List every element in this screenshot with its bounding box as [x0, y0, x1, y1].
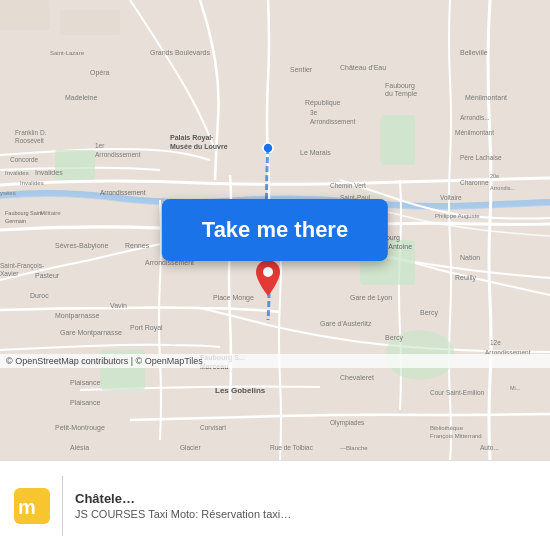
map-container: Invalides Franklin D. Roosevelt Concorde…: [0, 0, 550, 460]
svg-text:Gare d'Austerlitz: Gare d'Austerlitz: [320, 320, 372, 327]
take-me-there-button[interactable]: Take me there: [162, 199, 388, 261]
svg-text:Bibliothèque: Bibliothèque: [430, 425, 464, 431]
svg-text:—Blanche: —Blanche: [340, 445, 368, 451]
svg-text:du Temple: du Temple: [385, 90, 417, 98]
svg-text:Mi...: Mi...: [510, 385, 521, 391]
svg-text:Duroc: Duroc: [30, 292, 49, 299]
svg-text:François Mitterrand: François Mitterrand: [430, 433, 482, 439]
svg-text:Ménilmontant: Ménilmontant: [465, 94, 507, 101]
svg-text:Franklin D.: Franklin D.: [15, 129, 47, 136]
svg-text:Glacier: Glacier: [180, 444, 201, 451]
svg-text:Place Monge: Place Monge: [213, 294, 254, 302]
svg-text:Les Gobelins: Les Gobelins: [215, 386, 266, 395]
bottom-bar: m Châtele… JS COURSES Taxi Moto: Réserva…: [0, 460, 550, 550]
svg-text:Saint-François-: Saint-François-: [0, 262, 44, 270]
svg-text:Voltaire: Voltaire: [440, 194, 462, 201]
svg-text:Le Marais: Le Marais: [300, 149, 331, 156]
svg-text:Sèvres-Babylone: Sèvres-Babylone: [55, 242, 108, 250]
svg-text:Corvisart: Corvisart: [200, 424, 226, 431]
svg-text:Petit-Montrouge: Petit-Montrouge: [55, 424, 105, 432]
svg-text:Musée du Louvre: Musée du Louvre: [170, 143, 228, 150]
svg-text:Alésia: Alésia: [70, 444, 89, 451]
svg-text:Germain: Germain: [5, 218, 26, 224]
destination-pin: [256, 260, 280, 300]
svg-text:Grands Boulevards: Grands Boulevards: [150, 49, 210, 56]
svg-text:Saint-Lazare: Saint-Lazare: [50, 50, 85, 56]
svg-text:Chevaleret: Chevaleret: [340, 374, 374, 381]
map-attribution: © OpenStreetMap contributors | © OpenMap…: [0, 354, 550, 368]
svg-text:Rennes: Rennes: [125, 242, 150, 249]
svg-text:Montparnasse: Montparnasse: [55, 312, 99, 320]
svg-text:12e: 12e: [490, 339, 501, 346]
svg-text:Ménilmontant: Ménilmontant: [455, 129, 494, 136]
svg-point-93: [263, 267, 273, 277]
svg-text:Reuilly: Reuilly: [455, 274, 477, 282]
svg-text:Auto...: Auto...: [480, 444, 499, 451]
svg-text:Port Royal: Port Royal: [130, 324, 163, 332]
svg-text:Arrondis...: Arrondis...: [490, 185, 516, 191]
svg-text:Cour Saint-Emilion: Cour Saint-Emilion: [430, 389, 485, 396]
svg-text:Bercy: Bercy: [385, 334, 403, 342]
svg-text:Philippe Auguste: Philippe Auguste: [435, 213, 480, 219]
svg-text:Gare de Lyon: Gare de Lyon: [350, 294, 392, 302]
moovit-logo-icon: m: [14, 488, 50, 524]
svg-text:Charonne: Charonne: [460, 179, 489, 186]
svg-text:20e: 20e: [490, 173, 499, 179]
svg-text:Xavier: Xavier: [0, 270, 19, 277]
svg-text:Château d'Eau: Château d'Eau: [340, 64, 386, 71]
svg-text:Vavin: Vavin: [110, 302, 127, 309]
svg-text:Arrondissement: Arrondissement: [100, 189, 146, 196]
svg-text:Arrondissement: Arrondissement: [310, 118, 356, 125]
svg-text:Opéra: Opéra: [90, 69, 110, 77]
svg-text:Bercy: Bercy: [420, 309, 438, 317]
svg-text:Arrondissement: Arrondissement: [95, 151, 141, 158]
svg-text:Roosevelt: Roosevelt: [15, 137, 44, 144]
svg-text:République: République: [305, 99, 341, 107]
bottom-divider: [62, 476, 63, 536]
svg-text:Pasteur: Pasteur: [35, 272, 60, 279]
svg-text:Rue de Tolbiac: Rue de Tolbiac: [270, 444, 314, 451]
svg-text:1er: 1er: [95, 142, 105, 149]
svg-text:Nation: Nation: [460, 254, 480, 261]
route-info: Châtele… JS COURSES Taxi Moto: Réservati…: [75, 491, 536, 520]
svg-text:Père Lachaise: Père Lachaise: [460, 154, 502, 161]
svg-text:Faubourg: Faubourg: [385, 82, 415, 90]
svg-text:Invalides: Invalides: [35, 169, 63, 176]
svg-rect-7: [60, 10, 120, 35]
svg-text:Sentier: Sentier: [290, 66, 313, 73]
svg-text:Faubourg Saint-: Faubourg Saint-: [5, 210, 45, 216]
svg-text:Plaisance: Plaisance: [70, 379, 100, 386]
svg-text:Concorde: Concorde: [10, 156, 39, 163]
to-stop-label: JS COURSES Taxi Moto: Réservation taxi…: [75, 508, 536, 520]
svg-text:Plaisance: Plaisance: [70, 399, 100, 406]
svg-text:Militaire: Militaire: [40, 210, 61, 216]
svg-text:Belleville: Belleville: [460, 49, 488, 56]
svg-rect-6: [0, 0, 50, 30]
svg-text:Chemin Vert: Chemin Vert: [330, 182, 366, 189]
svg-text:Olympiades: Olympiades: [330, 419, 365, 427]
svg-text:Arrondis...: Arrondis...: [460, 114, 490, 121]
svg-rect-3: [380, 115, 415, 165]
svg-text:Madeleine: Madeleine: [65, 94, 97, 101]
svg-text:ysées: ysées: [0, 190, 16, 196]
svg-text:Gare Montparnasse: Gare Montparnasse: [60, 329, 122, 337]
moovit-logo: m: [14, 488, 50, 524]
svg-text:Invalides: Invalides: [5, 170, 29, 176]
from-stop-label: Châtele…: [75, 491, 536, 506]
svg-text:3e: 3e: [310, 109, 318, 116]
svg-text:Palais Royal·: Palais Royal·: [170, 134, 213, 142]
svg-text:m: m: [18, 496, 36, 518]
svg-text:Invalides: Invalides: [20, 180, 44, 186]
